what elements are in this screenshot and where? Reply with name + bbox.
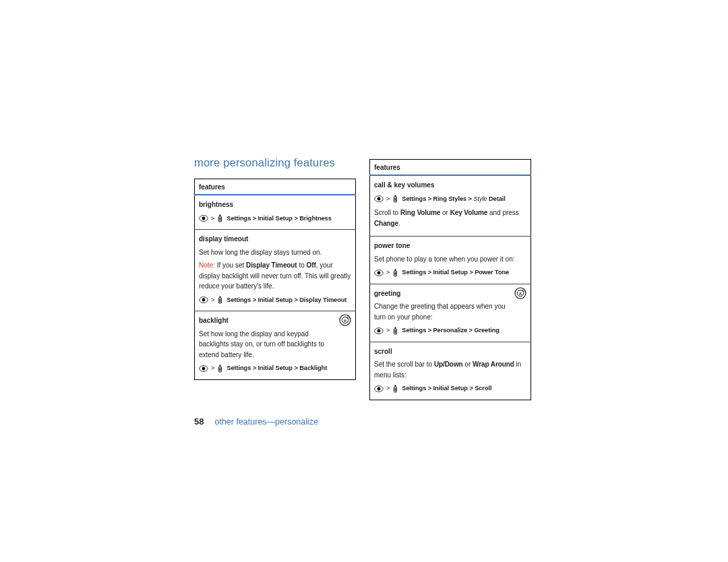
page-number: 58	[194, 416, 204, 427]
feature-name: call & key volumes	[374, 180, 526, 191]
row-display-timeout: display timeout Set how long the display…	[195, 230, 355, 311]
svg-rect-2	[220, 215, 221, 216]
footer-title: other features—personalize	[214, 417, 318, 427]
left-column: more personalizing features features bri…	[194, 156, 356, 400]
settings-icon	[392, 195, 399, 203]
svg-rect-34	[395, 269, 396, 270]
row-call-key-volumes: call & key volumes > Settings > Ring Sty…	[370, 176, 530, 236]
feature-desc: Set how long the display and keypad back…	[199, 329, 351, 361]
row-backlight: A backlight Set how long the display and…	[195, 311, 355, 379]
feature-name: display timeout	[199, 234, 351, 245]
svg-point-44	[377, 330, 381, 333]
svg-point-1	[202, 217, 206, 220]
section-title: more personalizing features	[194, 156, 356, 169]
left-header: features	[195, 179, 356, 195]
row-greeting: A greeting Change the greeting that appe…	[370, 284, 530, 342]
nav-path: > Settings > Initial Setup > Backlight	[199, 363, 351, 375]
svg-text:A: A	[519, 291, 522, 295]
right-header: features	[370, 160, 531, 176]
row-scroll: scroll Set the scroll bar to Up/Down or …	[370, 342, 530, 400]
svg-point-8	[202, 299, 206, 302]
nav-path: > Settings > Initial Setup > Scroll	[374, 383, 526, 395]
svg-text:A: A	[344, 319, 347, 323]
nav-path: > Settings > Initial Setup > Power Tone	[374, 267, 526, 279]
svg-point-26	[377, 197, 381, 201]
svg-point-42	[522, 289, 524, 291]
svg-rect-9	[220, 296, 221, 298]
manual-page: more personalizing features features bri…	[194, 156, 572, 427]
center-key-icon	[374, 195, 384, 202]
center-key-icon	[374, 385, 384, 392]
feature-name: backlight	[199, 315, 351, 326]
feature-name: power tone	[374, 241, 526, 251]
svg-rect-52	[395, 385, 396, 387]
svg-rect-27	[395, 195, 396, 197]
left-table: features brightness > Settings > Initial…	[194, 179, 356, 380]
right-column: features call & key volumes > Settings >…	[369, 159, 531, 400]
feature-desc: Set the scroll bar to Up/Down or Wrap Ar…	[374, 359, 526, 380]
nav-path: > Settings > Personalize > Greeting	[374, 325, 526, 337]
settings-icon	[217, 296, 224, 304]
center-key-icon	[199, 215, 208, 222]
svg-point-19	[202, 367, 206, 371]
page-footer: 58 other features—personalize	[194, 416, 572, 427]
svg-rect-45	[395, 327, 396, 329]
feature-name: brightness	[199, 199, 351, 210]
operator-badge-icon: A	[339, 314, 351, 326]
right-table: features call & key volumes > Settings >…	[369, 159, 531, 400]
svg-point-51	[377, 387, 381, 391]
feature-desc: Set how long the display stays turned on…	[199, 247, 351, 258]
feature-note: Note: If you set Display Timeout to Off,…	[199, 260, 351, 292]
columns: more personalizing features features bri…	[194, 156, 572, 400]
feature-desc: Set phone to play a tone when you power …	[374, 254, 526, 265]
svg-point-33	[377, 272, 381, 275]
nav-path: > Settings > Initial Setup > Display Tim…	[199, 294, 351, 307]
center-key-icon	[374, 327, 384, 334]
nav-path: > Settings > Initial Setup > Brightness	[199, 213, 351, 225]
svg-point-17	[347, 316, 349, 318]
operator-badge-icon: A	[514, 287, 526, 299]
center-key-icon	[374, 270, 384, 276]
settings-icon	[392, 385, 399, 393]
row-power-tone: power tone Set phone to play a tone when…	[370, 237, 530, 284]
svg-rect-20	[220, 365, 221, 367]
center-key-icon	[199, 365, 208, 372]
feature-desc: Change the greeting that appears when yo…	[374, 301, 526, 322]
nav-path: > Settings > Ring Styles > Style Detail	[374, 193, 526, 206]
settings-icon	[392, 269, 399, 277]
feature-name: scroll	[374, 346, 526, 357]
feature-desc: Scroll to Ring Volume or Key Volume and …	[374, 208, 526, 228]
center-key-icon	[199, 296, 208, 303]
feature-name: greeting	[374, 288, 526, 299]
settings-icon	[217, 214, 224, 222]
settings-icon	[392, 327, 399, 335]
settings-icon	[217, 365, 224, 373]
row-brightness: brightness > Settings > Initial Setup > …	[195, 195, 355, 229]
